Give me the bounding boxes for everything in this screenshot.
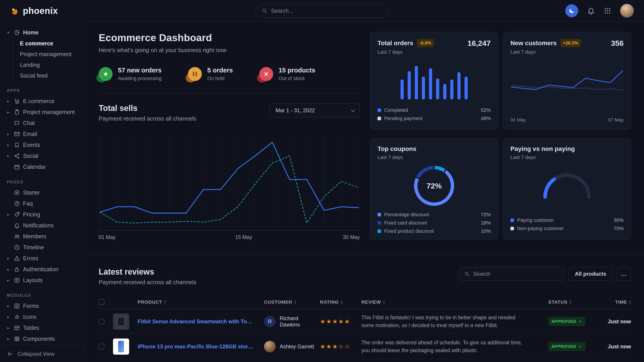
home-submenu: E commerce Project management Landing So… (13, 38, 80, 81)
sidebar-item-home[interactable]: ▾ Home (6, 27, 80, 38)
sidebar-item-calendar[interactable]: Calendar (6, 161, 80, 172)
apps-menu-button[interactable] (604, 7, 611, 14)
axis-label: 01 May (99, 234, 116, 240)
sidebar-item-label: Layouts (23, 277, 43, 284)
sidebar-item-pricing[interactable]: ▸ Pricing (6, 209, 80, 220)
search-icon (262, 8, 268, 14)
legend-row: Paying customer 30% (510, 216, 624, 224)
sidebar-item-starter[interactable]: Starter (6, 187, 80, 198)
sidebar-item-authentication[interactable]: ▸ Authentication (6, 264, 80, 275)
gauge-svg (539, 168, 595, 201)
clock-icon (14, 244, 20, 251)
row-checkbox[interactable] (99, 319, 104, 325)
sidebar-subitem-landing[interactable]: Landing (20, 59, 80, 70)
sidebar-item-ecommerce[interactable]: ▸ E commerce (6, 96, 80, 107)
column-label: STATUS (548, 299, 568, 305)
customer-cell: Ashley Garrett (264, 341, 320, 353)
product-link[interactable]: Fitbit Sense Advanced Smartwatch with To… (138, 318, 264, 325)
legend-value: 48% (481, 116, 491, 121)
column-label: RATING (320, 299, 339, 305)
trend-badge: +26.5% (560, 39, 581, 47)
legend-label: Fixed card discount (384, 220, 427, 226)
sidebar-subitem-project-management[interactable]: Project management (20, 49, 80, 59)
legend-value: 10% (481, 228, 491, 234)
notifications-button[interactable] (587, 6, 595, 15)
sidebar-subitem-social-feed[interactable]: Social feed (20, 70, 80, 81)
reviews-search-input[interactable] (473, 271, 559, 277)
select-all-checkbox[interactable] (99, 299, 104, 305)
sidebar-item-email[interactable]: ▸ Email (6, 129, 80, 139)
column-header-rating[interactable]: RATING ▴▾ (320, 299, 362, 305)
total-sells-title: Total sells (99, 103, 196, 113)
sidebar-item-label: Timeline (23, 244, 44, 251)
collapse-icon (7, 351, 14, 357)
brand-logo[interactable]: phoenix (10, 6, 58, 16)
all-products-button[interactable]: All products (568, 267, 613, 281)
sidebar-item-label: Chat (23, 120, 35, 126)
more-options-button[interactable]: … (617, 267, 631, 281)
pie-chart-icon (14, 29, 20, 36)
reviews-search[interactable] (459, 267, 564, 281)
card-title: New customers (510, 39, 557, 47)
column-header-time[interactable]: TIME ▴▾ (602, 299, 631, 305)
sidebar-item-events[interactable]: ▸ Events (6, 139, 80, 150)
sidebar-item-notifications[interactable]: Notifications (6, 220, 80, 231)
chevron-right-icon: ▸ (6, 336, 11, 342)
sidebar-item-label: Calendar (23, 164, 46, 170)
date-range-select[interactable]: Mar 1 - 31, 2022 (270, 103, 360, 117)
sidebar-item-label: Social (23, 153, 38, 159)
row-checkbox[interactable] (99, 344, 104, 350)
product-thumbnail[interactable] (113, 314, 129, 330)
sidebar-item-errors[interactable]: ▸ Errors (6, 253, 80, 264)
sidebar-item-label: E commerce (23, 98, 54, 104)
sidebar-item-tables[interactable]: ▸ Tables (6, 323, 80, 333)
sidebar-item-members[interactable]: Members (6, 231, 80, 242)
envelope-icon (14, 131, 20, 137)
product-thumbnail[interactable] (113, 339, 129, 355)
sidebar-item-faq[interactable]: Faq (6, 198, 80, 209)
user-avatar[interactable] (620, 3, 634, 18)
share-icon (14, 153, 20, 159)
card-title: Total orders (378, 39, 413, 47)
theme-toggle-button[interactable] (565, 4, 578, 17)
calendar-icon (14, 164, 20, 170)
bell-icon (587, 6, 595, 15)
sidebar-item-icons[interactable]: ▸ Icons (6, 312, 80, 323)
sidebar-item-layouts[interactable]: ▸ Layouts (6, 275, 80, 286)
sort-icon: ▴▾ (341, 300, 342, 304)
total-sells-line-chart (99, 132, 360, 231)
legend-row: Fixed product discount 10% (378, 227, 491, 235)
legend-swatch (378, 213, 381, 216)
column-header-product[interactable]: PRODUCT ▴▾ (138, 299, 264, 305)
card-period: Last 7 days (510, 154, 575, 160)
customer-avatar[interactable]: R (264, 316, 276, 327)
reviews-table: PRODUCT ▴▾ CUSTOMER ▴▾ RATING ▴▾ REVIEW … (99, 295, 631, 362)
sidebar-item-social[interactable]: ▸ Social (6, 150, 80, 161)
sidebar-item-timeline[interactable]: Timeline (6, 242, 80, 253)
close-glyph: × (264, 70, 268, 78)
global-search[interactable] (256, 4, 388, 18)
layout-icon (14, 277, 20, 284)
axis-label: 30 May (343, 234, 360, 240)
column-header-status[interactable]: STATUS ▴▾ (548, 299, 602, 305)
collapse-sidebar-button[interactable]: Collapsed View (0, 344, 86, 362)
compass-icon (14, 189, 20, 196)
column-header-review[interactable]: REVIEW ▴▾ (362, 299, 548, 305)
sidebar-subitem-ecommerce[interactable]: E commerce (20, 38, 80, 49)
sidebar-item-project-management[interactable]: ▸ Project management (6, 107, 80, 118)
column-label: CUSTOMER (264, 299, 292, 305)
close-icon: × (259, 67, 273, 81)
paying-vs-nonpaying-card: Paying vs non paying Last 7 days Paying … (503, 138, 631, 240)
column-header-customer[interactable]: CUSTOMER ▴▾ (264, 299, 320, 305)
product-link[interactable]: iPhone 13 pro max-Pacific Blue-128GB sto… (138, 344, 264, 350)
review-time: Just now (602, 318, 631, 325)
table-row: iPhone 13 pro max-Pacific Blue-128GB sto… (99, 334, 631, 359)
star-glyph: ★ (103, 70, 108, 78)
sidebar-item-forms[interactable]: ▸ Forms (6, 301, 80, 312)
global-search-input[interactable] (271, 7, 382, 14)
sidebar-item-chat[interactable]: Chat (6, 118, 80, 129)
customer-avatar[interactable] (264, 341, 276, 353)
sidebar-item-components[interactable]: ▸ Components (6, 333, 80, 344)
sidebar-item-label: Starter (23, 189, 40, 196)
legend-value: 52% (481, 107, 491, 113)
